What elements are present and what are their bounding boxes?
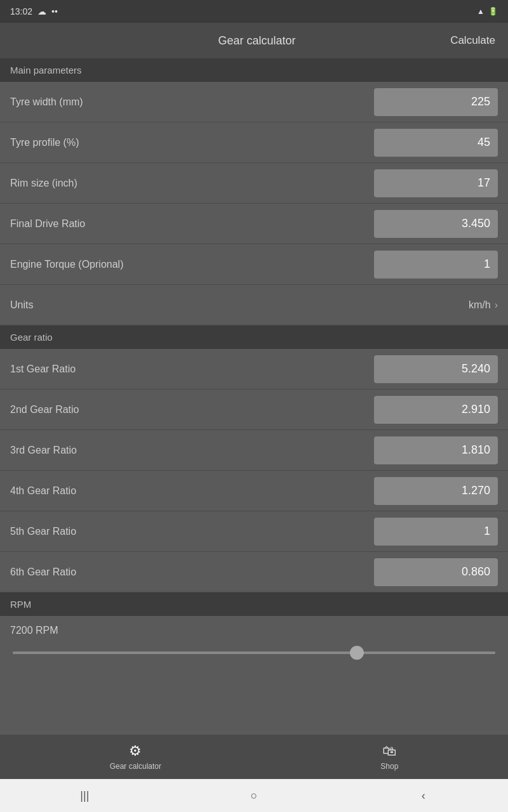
nav-shop-label: Shop: [380, 762, 398, 771]
rpm-value: 7200 RPM: [10, 625, 498, 636]
gear-5-input[interactable]: [374, 518, 498, 546]
android-menu-button[interactable]: |||: [65, 783, 104, 808]
engine-torque-label: Engine Torque (Oprional): [10, 259, 374, 270]
engine-torque-input[interactable]: [374, 251, 498, 278]
status-time: 13:02: [10, 6, 32, 16]
gear-5-row: 5th Gear Ratio: [0, 511, 508, 552]
wifi-icon: ▲: [477, 7, 485, 16]
top-bar: Gear calculator Calculate: [0, 23, 508, 58]
nav-shop[interactable]: 🛍 Shop: [361, 738, 417, 776]
rpm-header: RPM: [0, 593, 508, 616]
battery-icon: 🔋: [488, 7, 498, 16]
gear-3-label: 3rd Gear Ratio: [10, 445, 374, 456]
gear-4-row: 4th Gear Ratio: [0, 471, 508, 511]
shop-icon: 🛍: [382, 743, 396, 759]
status-bar: 13:02 ☁ •• ▲ 🔋: [0, 0, 508, 23]
gear-calc-icon: ⚙: [129, 743, 142, 759]
tyre-profile-input[interactable]: [374, 129, 498, 157]
rpm-section: 7200 RPM: [0, 616, 508, 669]
rpm-slider[interactable]: [13, 652, 495, 654]
tyre-profile-row: Tyre profile (%): [0, 122, 508, 163]
gear-1-input[interactable]: [374, 355, 498, 383]
units-label: Units: [10, 299, 33, 311]
final-drive-row: Final Drive Ratio: [0, 204, 508, 244]
gear-6-row: 6th Gear Ratio: [0, 552, 508, 593]
rim-size-row: Rim size (inch): [0, 163, 508, 204]
gear-ratio-header: Gear ratio: [0, 325, 508, 349]
nav-gear-calc[interactable]: ⚙ Gear calculator: [91, 738, 180, 776]
gear-6-label: 6th Gear Ratio: [10, 566, 374, 578]
dots-icon: ••: [51, 6, 58, 16]
android-back-button[interactable]: ‹: [404, 783, 443, 808]
chevron-right-icon: ›: [495, 299, 498, 311]
gear-3-row: 3rd Gear Ratio: [0, 430, 508, 471]
gear-2-row: 2nd Gear Ratio: [0, 390, 508, 430]
engine-torque-row: Engine Torque (Oprional): [0, 244, 508, 285]
units-value-container[interactable]: km/h ›: [469, 299, 498, 311]
rpm-slider-container: [10, 645, 498, 669]
bottom-nav: ⚙ Gear calculator 🛍 Shop: [0, 735, 508, 779]
rim-size-label: Rim size (inch): [10, 178, 374, 189]
final-drive-input[interactable]: [374, 210, 498, 238]
status-bar-left: 13:02 ☁ ••: [10, 6, 58, 16]
units-row[interactable]: Units km/h ›: [0, 285, 508, 325]
gear-5-label: 5th Gear Ratio: [10, 526, 374, 537]
app-title: Gear calculator: [218, 34, 296, 48]
tyre-width-label: Tyre width (mm): [10, 96, 374, 108]
main-params-header: Main parameters: [0, 58, 508, 82]
gear-4-input[interactable]: [374, 477, 498, 505]
status-bar-right: ▲ 🔋: [477, 7, 498, 16]
units-value-text: km/h: [469, 299, 491, 311]
tyre-profile-label: Tyre profile (%): [10, 137, 374, 148]
tyre-width-input[interactable]: [374, 88, 498, 116]
gear-1-row: 1st Gear Ratio: [0, 349, 508, 390]
tyre-width-row: Tyre width (mm): [0, 82, 508, 122]
gear-4-label: 4th Gear Ratio: [10, 485, 374, 497]
scroll-area: Main parameters Tyre width (mm) Tyre pro…: [0, 58, 508, 735]
nav-gear-calc-label: Gear calculator: [110, 762, 161, 771]
gear-3-input[interactable]: [374, 436, 498, 464]
android-nav: ||| ○ ‹: [0, 779, 508, 812]
rim-size-input[interactable]: [374, 169, 498, 197]
calculate-button[interactable]: Calculate: [450, 34, 495, 47]
gear-6-input[interactable]: [374, 558, 498, 586]
gear-2-input[interactable]: [374, 396, 498, 424]
gear-2-label: 2nd Gear Ratio: [10, 404, 374, 416]
cloud-icon: ☁: [37, 6, 46, 16]
gear-1-label: 1st Gear Ratio: [10, 363, 374, 375]
final-drive-label: Final Drive Ratio: [10, 218, 374, 230]
android-home-button[interactable]: ○: [235, 783, 273, 808]
